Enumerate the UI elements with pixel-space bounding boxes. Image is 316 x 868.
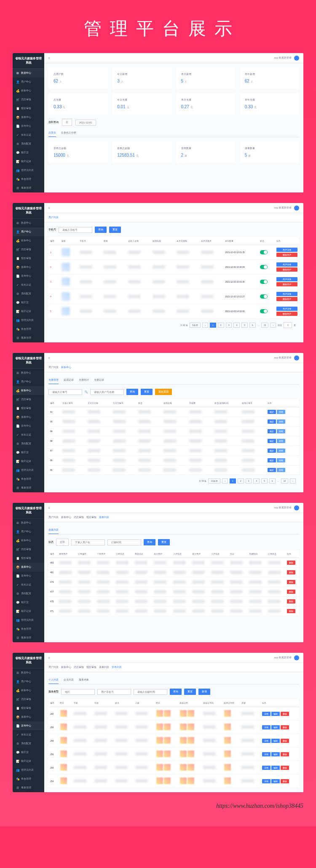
nav-接单中心[interactable]: 📦接单中心 (13, 563, 44, 572)
tab-0[interactable]: 总营业 (48, 129, 56, 137)
page-13[interactable]: 13 (261, 323, 269, 328)
page-5[interactable]: 5 (241, 323, 248, 328)
nav-报价审核[interactable]: 📋报价审核 (13, 554, 44, 563)
page-next[interactable]: › (290, 478, 296, 483)
page-4[interactable]: 4 (233, 323, 240, 328)
tab-0[interactable]: 充值管理 (48, 377, 59, 384)
toggle[interactable] (260, 250, 268, 254)
detail-button[interactable]: 用户详情 (276, 262, 297, 267)
delete-button[interactable]: 删除 (287, 609, 295, 613)
nav-管理员列表[interactable]: 👥管理员列表 (13, 616, 44, 625)
page-prev[interactable]: ‹ (222, 478, 228, 483)
filter-all[interactable]: 全部 (56, 539, 69, 546)
page-size[interactable]: 10条/页 (208, 478, 220, 483)
nav-系统配置[interactable]: ⚙系统配置 (13, 439, 44, 448)
delete-button[interactable]: 删除用户 (276, 282, 297, 286)
nav-管理员列表[interactable]: 👥管理员列表 (13, 166, 44, 175)
menu-icon[interactable]: ≡ (48, 507, 50, 509)
delete-button[interactable]: 删除 (281, 739, 289, 743)
page-2[interactable]: 2 (218, 323, 224, 328)
menu-icon[interactable]: ≡ (48, 207, 50, 209)
tab-orders[interactable]: 接单列表 (48, 526, 59, 534)
no-button[interactable]: 拒绝 (277, 449, 285, 453)
detail-button[interactable]: 详情 (262, 766, 270, 770)
detail-button[interactable]: 用户详情 (276, 307, 297, 311)
tab-2[interactable]: 充值统计 (79, 377, 89, 384)
date-input[interactable]: 2021-12-01 (75, 120, 96, 126)
nav-发布中心[interactable]: 📄发布中心 (13, 422, 44, 430)
nav-菜单管理[interactable]: ☰菜单管理 (13, 334, 44, 342)
nav-角色管理[interactable]: 🎭角色管理 (13, 325, 44, 334)
page-1[interactable]: 1 (230, 478, 236, 483)
ok-button[interactable]: 确定 (268, 449, 276, 453)
avatar[interactable] (294, 655, 299, 660)
reset-button[interactable]: 重置 (158, 539, 170, 545)
no-button[interactable]: 拒绝 (277, 419, 285, 424)
avatar[interactable] (294, 505, 299, 510)
page-prev[interactable]: ‹ (202, 323, 208, 328)
no-button[interactable]: 拒绝 (277, 429, 285, 433)
nav-菜单管理[interactable]: ☰菜单管理 (13, 184, 44, 192)
nav-发布中心[interactable]: 📄发布中心 (13, 272, 44, 280)
nav-数据中心[interactable]: ⊞数据中心 (13, 219, 44, 227)
crumb-1[interactable]: 财务中心 (61, 515, 71, 519)
avatar[interactable] (294, 206, 299, 211)
ok-button[interactable]: 确定 (268, 468, 276, 472)
crumb-4[interactable]: 接单列表 (99, 665, 109, 669)
ok-button[interactable]: 确定 (268, 419, 276, 424)
delete-button[interactable]: 删除 (281, 752, 289, 756)
toggle[interactable] (260, 280, 268, 284)
crumb-users[interactable]: 用户列表 (48, 216, 59, 219)
detail-button[interactable]: 详情 (262, 712, 270, 716)
nav-报价审核[interactable]: 📋报价审核 (13, 254, 44, 263)
nav-消息审核[interactable]: 🛒消息审核 (13, 245, 44, 254)
nav-接单中心[interactable]: 📦接单中心 (13, 113, 44, 122)
merchant-input[interactable] (90, 389, 124, 395)
delete-button[interactable]: 删除用户 (276, 267, 297, 272)
nav-用户中心[interactable]: 👤用户中心 (13, 677, 44, 686)
nav-发布中心[interactable]: 📄发布中心 (13, 572, 44, 580)
tab-1[interactable]: 任务收入分析 (61, 129, 76, 137)
order-input[interactable] (48, 389, 82, 395)
nav-菜单管理[interactable]: ☰菜单管理 (13, 783, 44, 792)
detail-button[interactable]: 详情 (262, 725, 270, 729)
tab-2[interactable]: 服务对象 (79, 676, 89, 684)
nav-报价审核[interactable]: 📋报价审核 (13, 704, 44, 713)
search-button[interactable]: 查询 (170, 689, 182, 695)
crumb-3[interactable]: 报价审核 (86, 665, 96, 669)
edit-button[interactable]: 编辑 (271, 779, 280, 783)
nav-发布中心[interactable]: 📄发布中心 (13, 721, 44, 730)
crumb-2[interactable]: 消息审核 (74, 515, 84, 519)
detail-button[interactable]: 详情 (262, 739, 270, 743)
delete-button[interactable]: 删除 (287, 580, 295, 584)
toggle[interactable] (260, 265, 268, 269)
no-button[interactable]: 拒绝 (277, 468, 285, 472)
nav-消息审核[interactable]: 🛒消息审核 (13, 695, 44, 704)
nav-接单中心[interactable]: 📦接单中心 (13, 413, 44, 422)
detail-button[interactable]: 用户详情 (276, 248, 297, 252)
reset-button[interactable]: 重置 (184, 689, 196, 695)
nav-聊天室[interactable]: 💬聊天室 (13, 448, 44, 457)
nav-菜单管理[interactable]: ☰菜单管理 (13, 633, 44, 642)
nav-聊天记录[interactable]: 📝聊天记录 (13, 607, 44, 616)
crumb-users[interactable]: 用户列表 (48, 366, 59, 369)
nav-管理员列表[interactable]: 👥管理员列表 (13, 766, 44, 775)
nav-报价审核[interactable]: 📋报价审核 (13, 404, 44, 413)
nav-消息审核[interactable]: 🛒消息审核 (13, 395, 44, 404)
nav-财务中心[interactable]: 💰财务中心 (13, 236, 44, 245)
crumb-4[interactable]: 接单列表 (99, 515, 109, 519)
tab-0[interactable]: 个人列表 (48, 676, 59, 684)
delete-button[interactable]: 删除 (287, 599, 295, 604)
nav-角色管理[interactable]: 🎭角色管理 (13, 625, 44, 633)
detail-button[interactable]: 用户详情 (276, 292, 297, 296)
nav-聊天室[interactable]: 💬聊天室 (13, 148, 44, 157)
nav-财务中心[interactable]: 💰财务中心 (13, 686, 44, 695)
search-button[interactable]: 查询 (95, 227, 107, 233)
delete-button[interactable]: 删除 (281, 779, 289, 783)
nav-聊天室[interactable]: 💬聊天室 (13, 298, 44, 307)
menu-icon[interactable]: ≡ (48, 357, 50, 359)
crumb-3[interactable]: 报价审核 (86, 515, 96, 519)
nav-系统配置[interactable]: ⚙系统配置 (13, 589, 44, 598)
page-jump-input[interactable] (284, 322, 292, 328)
crumb-1[interactable]: 财务中心 (61, 665, 71, 669)
